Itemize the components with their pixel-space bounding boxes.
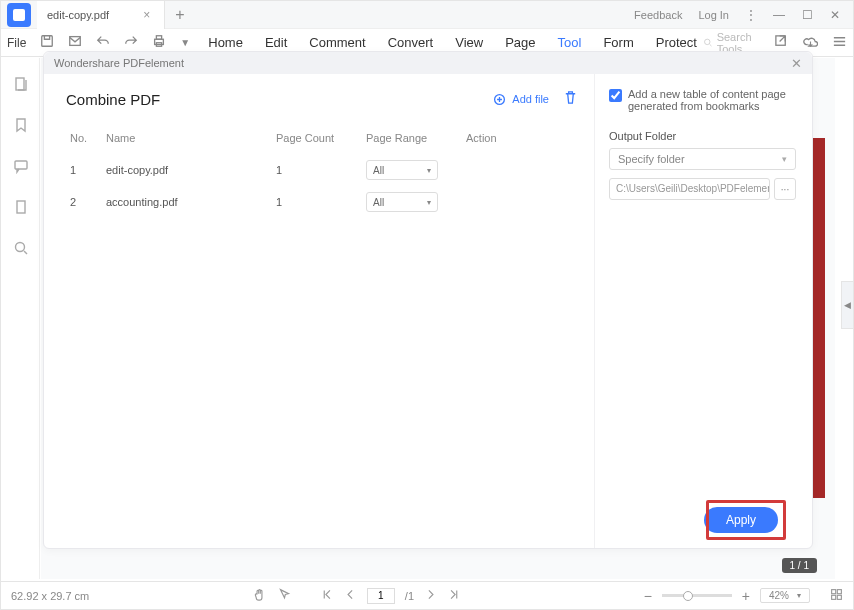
page-dimensions: 62.92 x 29.7 cm (11, 590, 89, 602)
close-window-icon[interactable]: ✕ (821, 8, 849, 22)
toc-checkbox[interactable] (609, 89, 622, 102)
status-bar: 62.92 x 29.7 cm /1 − + 42% (1, 581, 853, 609)
remove-file-button[interactable] (563, 90, 578, 108)
table-row[interactable]: 2 accounting.pdf 1 All (66, 186, 578, 218)
cell-page-count: 1 (272, 154, 362, 186)
next-page-icon[interactable] (424, 588, 437, 603)
share-icon[interactable] (774, 34, 789, 52)
page-indicator-badge: 1 / 1 (782, 558, 817, 573)
zoom-out-icon[interactable]: − (644, 588, 652, 604)
new-tab-button[interactable]: + (165, 6, 194, 24)
last-page-icon[interactable] (447, 588, 460, 603)
output-folder-select[interactable]: Specify folder (609, 148, 796, 170)
svg-rect-7 (16, 78, 24, 90)
output-path-field[interactable]: C:\Users\Geili\Desktop\PDFelement\Cc (609, 178, 770, 200)
save-icon[interactable] (40, 34, 54, 51)
svg-rect-0 (42, 36, 53, 47)
main-menu: Home Edit Comment Convert View Page Tool… (208, 35, 697, 50)
menu-convert[interactable]: Convert (388, 35, 434, 50)
page-range-select[interactable]: All (366, 192, 438, 212)
attachment-icon[interactable] (13, 199, 29, 218)
cell-name: edit-copy.pdf (102, 154, 272, 186)
table-row[interactable]: 1 edit-copy.pdf 1 All (66, 154, 578, 186)
print-icon[interactable] (152, 34, 166, 51)
prev-page-icon[interactable] (344, 588, 357, 603)
cell-no: 1 (66, 154, 102, 186)
titlebar: edit-copy.pdf × + Feedback Log In ⋮ — ☐ … (1, 1, 853, 29)
col-name: Name (102, 128, 272, 154)
page-range-select[interactable]: All (366, 160, 438, 180)
toc-label: Add a new table of content page generate… (628, 88, 796, 112)
thumbnail-icon[interactable] (13, 76, 29, 95)
svg-rect-3 (157, 36, 162, 40)
menu-icon[interactable] (832, 34, 847, 52)
cell-name: accounting.pdf (102, 186, 272, 218)
menu-protect[interactable]: Protect (656, 35, 697, 50)
app-logo (7, 3, 31, 27)
first-page-icon[interactable] (321, 588, 334, 603)
menu-page[interactable]: Page (505, 35, 535, 50)
mail-icon[interactable] (68, 34, 82, 51)
col-page-count: Page Count (272, 128, 362, 154)
dialog-product-label: Wondershare PDFelement (54, 57, 184, 69)
files-table: No. Name Page Count Page Range Action 1 … (66, 128, 578, 218)
select-tool-icon[interactable] (278, 588, 291, 603)
menu-file[interactable]: File (7, 36, 26, 50)
add-file-button[interactable]: Add file (493, 93, 549, 106)
col-no: No. (66, 128, 102, 154)
svg-rect-1 (70, 37, 81, 46)
left-sidebar (2, 58, 40, 579)
cell-page-count: 1 (272, 186, 362, 218)
comment-icon[interactable] (13, 158, 29, 177)
cloud-icon[interactable] (803, 34, 818, 52)
app-menu-icon[interactable]: ▼ (180, 37, 190, 48)
svg-rect-15 (837, 595, 841, 599)
menu-form[interactable]: Form (603, 35, 633, 50)
fit-page-icon[interactable] (830, 588, 843, 603)
menu-view[interactable]: View (455, 35, 483, 50)
svg-point-10 (15, 243, 24, 252)
minimize-icon[interactable]: — (765, 8, 793, 22)
svg-rect-14 (832, 595, 836, 599)
redo-icon[interactable] (124, 34, 138, 51)
svg-rect-12 (832, 590, 836, 594)
page-number-input[interactable] (367, 588, 395, 604)
tab-title: edit-copy.pdf (47, 9, 109, 21)
menu-home[interactable]: Home (208, 35, 243, 50)
maximize-icon[interactable]: ☐ (793, 8, 821, 22)
zoom-in-icon[interactable]: + (742, 588, 750, 604)
search-icon[interactable] (13, 240, 29, 259)
zoom-select[interactable]: 42% (760, 588, 810, 603)
combine-pdf-dialog: Wondershare PDFelement ✕ Combine PDF Add… (43, 51, 813, 549)
col-action: Action (462, 128, 578, 154)
collapse-panel-handle[interactable]: ◀ (841, 281, 853, 329)
zoom-slider[interactable] (662, 594, 732, 597)
page-total: /1 (405, 590, 414, 602)
svg-rect-8 (15, 161, 27, 169)
hand-tool-icon[interactable] (253, 588, 266, 603)
more-icon[interactable]: ⋮ (737, 8, 765, 22)
svg-point-5 (704, 39, 709, 44)
feedback-link[interactable]: Feedback (634, 9, 682, 21)
apply-button[interactable]: Apply (704, 507, 778, 533)
cell-no: 2 (66, 186, 102, 218)
browse-folder-button[interactable]: ··· (774, 178, 796, 200)
add-file-label: Add file (512, 93, 549, 105)
dialog-title: Combine PDF (66, 91, 160, 108)
close-tab-icon[interactable]: × (143, 8, 150, 22)
document-tab[interactable]: edit-copy.pdf × (37, 1, 165, 29)
svg-rect-13 (837, 590, 841, 594)
output-folder-label: Output Folder (609, 130, 796, 142)
menu-edit[interactable]: Edit (265, 35, 287, 50)
col-page-range: Page Range (362, 128, 462, 154)
close-dialog-icon[interactable]: ✕ (791, 56, 802, 71)
menu-tool[interactable]: Tool (558, 35, 582, 50)
login-link[interactable]: Log In (698, 9, 729, 21)
undo-icon[interactable] (96, 34, 110, 51)
bookmark-icon[interactable] (13, 117, 29, 136)
menu-comment[interactable]: Comment (309, 35, 365, 50)
svg-rect-9 (17, 201, 25, 213)
toc-checkbox-row[interactable]: Add a new table of content page generate… (609, 88, 796, 112)
